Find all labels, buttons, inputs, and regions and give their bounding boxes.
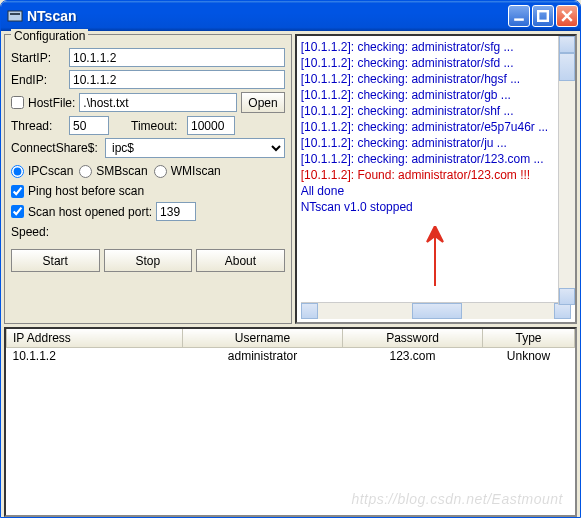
scroll-right-icon[interactable] (554, 303, 571, 319)
table-row[interactable]: 10.1.1.2 administrator 123.com Unknow (7, 348, 575, 365)
svg-rect-1 (10, 13, 20, 15)
about-button[interactable]: About (196, 249, 285, 272)
speed-label: Speed: (11, 225, 49, 239)
hostfile-input[interactable] (79, 93, 237, 112)
scroll-down-icon[interactable] (559, 288, 575, 305)
minimize-button[interactable] (508, 5, 530, 27)
log-line: All done (301, 183, 571, 199)
log-line: NTscan v1.0 stopped (301, 199, 571, 215)
close-button[interactable] (556, 5, 578, 27)
log-line: [10.1.1.2]: Found: administrator/123.com… (301, 167, 571, 183)
log-panel: [10.1.1.2]: checking: administrator/sfg … (295, 34, 577, 324)
hostfile-label: HostFile: (28, 96, 75, 110)
connectshare-label: ConnectShare$: (11, 141, 101, 155)
app-icon (7, 8, 23, 24)
svg-rect-0 (8, 11, 22, 21)
start-button[interactable]: Start (11, 249, 100, 272)
log-line: [10.1.1.2]: checking: administrator/gb .… (301, 87, 571, 103)
results-table: IP Address Username Password Type 10.1.1… (4, 327, 577, 517)
log-line: [10.1.1.2]: checking: administrator/ju .… (301, 135, 571, 151)
hostfile-check[interactable] (11, 96, 24, 109)
log-line: [10.1.1.2]: checking: administrator/sfg … (301, 39, 571, 55)
ping-check[interactable] (11, 185, 24, 198)
maximize-button[interactable] (532, 5, 554, 27)
connectshare-select[interactable]: ipc$ (105, 138, 285, 158)
thread-input[interactable] (69, 116, 109, 135)
col-user[interactable]: Username (183, 329, 343, 348)
config-legend: Configuration (11, 29, 88, 43)
log-line: [10.1.1.2]: checking: administrator/hgsf… (301, 71, 571, 87)
scroll-left-icon[interactable] (301, 303, 318, 319)
port-input[interactable] (156, 202, 196, 221)
col-type[interactable]: Type (483, 329, 575, 348)
hscroll-thumb[interactable] (412, 303, 462, 319)
port-label: Scan host opened port: (28, 205, 152, 219)
startip-input[interactable] (69, 48, 285, 67)
watermark: https://blog.csdn.net/Eastmount (351, 491, 563, 507)
log-line: [10.1.1.2]: checking: administrator/shf … (301, 103, 571, 119)
window-title: NTscan (27, 8, 508, 24)
configuration-panel: Configuration StartIP: EndIP: HostFile: … (4, 34, 292, 324)
log-body: [10.1.1.2]: checking: administrator/sfg … (301, 39, 571, 300)
wmiscan-radio[interactable]: WMIscan (154, 164, 221, 178)
startip-label: StartIP: (11, 51, 65, 65)
log-line: [10.1.1.2]: checking: administrator/123.… (301, 151, 571, 167)
ipcscan-radio[interactable]: IPCscan (11, 164, 73, 178)
titlebar: NTscan (1, 1, 580, 31)
col-pass[interactable]: Password (343, 329, 483, 348)
ping-label: Ping host before scan (28, 184, 144, 198)
timeout-label: Timeout: (131, 119, 183, 133)
open-button[interactable]: Open (241, 92, 284, 113)
log-line: [10.1.1.2]: checking: administrator/sfd … (301, 55, 571, 71)
thread-label: Thread: (11, 119, 65, 133)
endip-label: EndIP: (11, 73, 65, 87)
scroll-up-icon[interactable] (559, 36, 575, 53)
vertical-scrollbar[interactable] (558, 36, 575, 305)
endip-input[interactable] (69, 70, 285, 89)
port-check[interactable] (11, 205, 24, 218)
horizontal-scrollbar[interactable] (301, 302, 571, 319)
col-ip[interactable]: IP Address (7, 329, 183, 348)
log-line: [10.1.1.2]: checking: administrator/e5p7… (301, 119, 571, 135)
stop-button[interactable]: Stop (104, 249, 193, 272)
svg-rect-3 (538, 11, 548, 21)
timeout-input[interactable] (187, 116, 235, 135)
scroll-thumb[interactable] (559, 53, 575, 81)
svg-rect-2 (514, 18, 524, 20)
smbscan-radio[interactable]: SMBscan (79, 164, 147, 178)
